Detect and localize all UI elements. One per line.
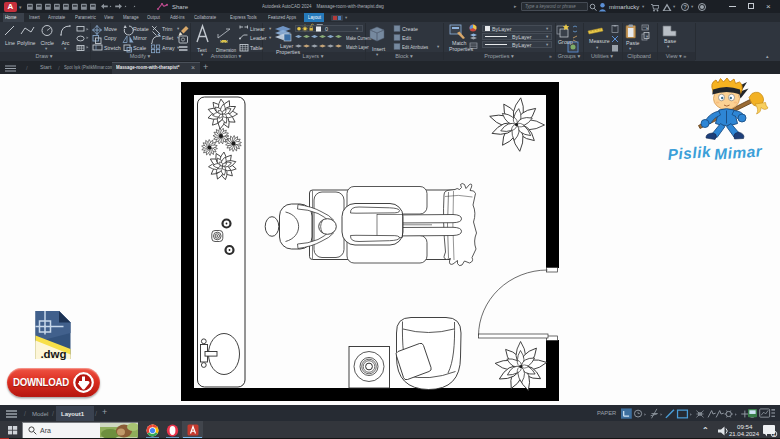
svg-text:1: 1: [773, 431, 776, 437]
svg-text:PislikMimar: PislikMimar: [667, 139, 763, 166]
svg-text:.dwg: .dwg: [40, 348, 66, 360]
